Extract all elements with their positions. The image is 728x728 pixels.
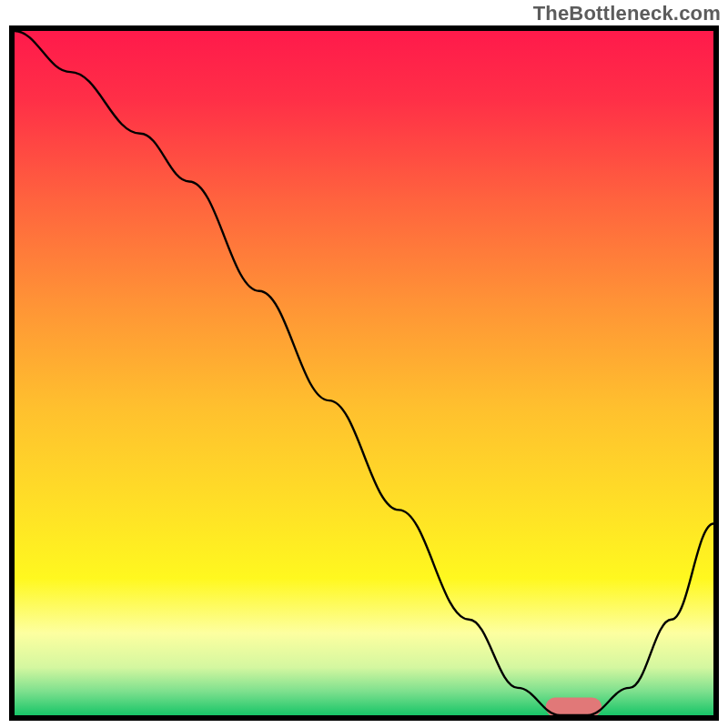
plot-border <box>9 25 719 721</box>
optimal-range-marker <box>546 697 602 715</box>
watermark-text: TheBottleneck.com <box>533 2 721 25</box>
plot-background <box>15 31 713 715</box>
bottleneck-plot <box>15 31 713 715</box>
chart-frame: TheBottleneck.com <box>0 0 728 728</box>
